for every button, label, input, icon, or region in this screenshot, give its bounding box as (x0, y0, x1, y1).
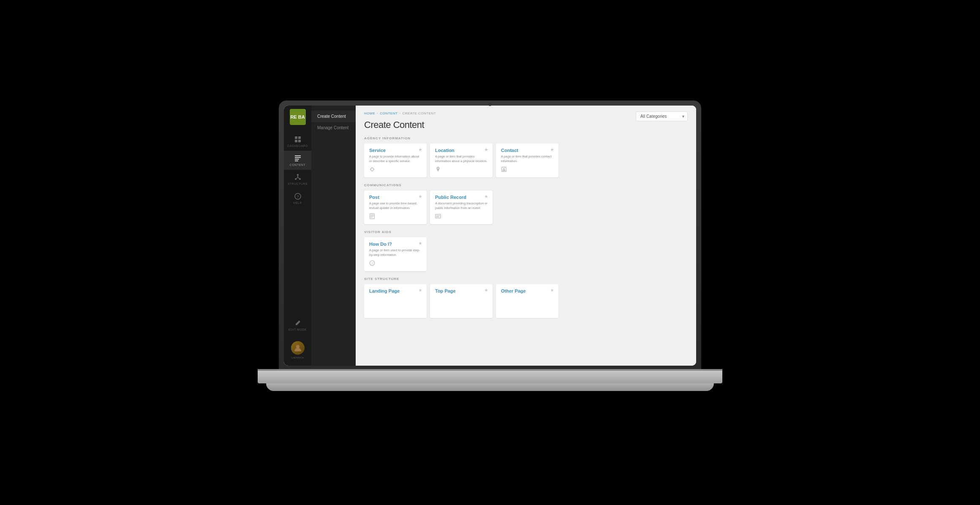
breadcrumb: HOME › CONTENT › CREATE CONTENT (364, 111, 436, 115)
star-icon-location[interactable]: ★ (484, 147, 488, 152)
laptop-wrapper: RE BA DASHBOARD CONTENT (258, 100, 722, 405)
main-content: HOME › CONTENT › CREATE CONTENT Create C… (356, 106, 696, 366)
nav-item-manage-content[interactable]: Manage Content (311, 122, 356, 133)
page-title: Create Content (364, 119, 436, 130)
breadcrumb-content[interactable]: CONTENT (380, 111, 397, 115)
card-contact[interactable]: ★ Contact A page or item that provides c… (496, 144, 558, 177)
svg-rect-5 (295, 157, 301, 158)
svg-line-13 (298, 177, 300, 179)
sidebar-logo[interactable]: RE BA (290, 109, 306, 125)
section-header-site-structure: SITE STRUCTURE (364, 277, 688, 281)
card-public-record[interactable]: ★ Public Record A document providing tra… (430, 190, 493, 224)
sidebar-item-label-content: CONTENT (290, 163, 305, 166)
star-icon-service[interactable]: ★ (418, 147, 422, 152)
card-desc-post: A page use to provide time-based, textua… (369, 201, 422, 210)
edit-icon (294, 319, 302, 327)
category-select[interactable]: All Categories Agency Information Commun… (636, 111, 688, 121)
svg-line-12 (296, 177, 298, 179)
sidebar-item-label-help: HELP (293, 201, 302, 204)
svg-rect-26 (436, 217, 439, 217)
star-icon-contact[interactable]: ★ (550, 147, 554, 152)
card-location[interactable]: ★ Location A page or item that provides … (430, 144, 493, 177)
breadcrumb-sep-2: › (399, 111, 400, 115)
app-container: RE BA DASHBOARD CONTENT (284, 106, 696, 366)
svg-rect-6 (295, 159, 299, 160)
card-title-other-page: Other Page (501, 288, 553, 293)
star-icon-top-page[interactable]: ★ (484, 288, 488, 293)
card-title-top-page: Top Page (435, 288, 487, 293)
star-icon-public-record[interactable]: ★ (484, 194, 488, 199)
camera-dot (488, 103, 492, 106)
how-do-i-icon: ? (368, 259, 376, 267)
public-record-icon (434, 212, 442, 220)
laptop-base (258, 371, 722, 383)
svg-point-17 (371, 168, 374, 171)
card-title-post: Post (369, 195, 422, 200)
sidebar-item-label-editmode: EDIT MODE (289, 328, 307, 331)
cards-grid-visitor-aids: ★ How Do I? A page or item used to provi… (364, 237, 688, 271)
sidebar-item-structure[interactable]: STRUCTURE (284, 170, 311, 189)
svg-rect-23 (371, 217, 373, 217)
card-desc-service: A page to provide information about or d… (369, 155, 422, 163)
card-how-do-i[interactable]: ★ How Do I? A page or item used to provi… (364, 237, 427, 271)
card-other-page[interactable]: ★ Other Page (496, 284, 558, 318)
content-icon (294, 154, 302, 163)
header-row: HOME › CONTENT › CREATE CONTENT Create C… (364, 111, 688, 130)
category-select-wrapper[interactable]: All Categories Agency Information Commun… (636, 111, 688, 121)
section-header-communications: COMMUNICATIONS (364, 183, 688, 187)
dashboard-icon (294, 135, 302, 144)
section-agency-information: AGENCY INFORMATION ★ Service A page to p… (364, 136, 688, 177)
section-header-visitor-aids: VISITOR AIDS (364, 230, 688, 234)
svg-point-8 (297, 174, 299, 176)
cards-grid-agency: ★ Service A page to provide information … (364, 144, 688, 177)
card-desc-contact: A page or item that provides contact inf… (501, 155, 553, 163)
card-title-location: Location (435, 148, 487, 153)
star-icon-post[interactable]: ★ (418, 194, 422, 199)
sidebar-item-editmode[interactable]: EDIT MODE (284, 315, 311, 334)
svg-rect-22 (371, 216, 374, 216)
card-title-public-record: Public Record (435, 195, 487, 200)
section-communications: COMMUNICATIONS ★ Post A page use to prov… (364, 183, 688, 224)
sidebar-item-content[interactable]: CONTENT (284, 151, 311, 170)
star-icon-how-do-i[interactable]: ★ (418, 241, 422, 246)
star-icon-other-page[interactable]: ★ (550, 288, 554, 293)
card-top-page[interactable]: ★ Top Page (430, 284, 493, 318)
sidebar-item-label-structure: STRUCTURE (288, 182, 308, 185)
card-service[interactable]: ★ Service A page to provide information … (364, 144, 427, 177)
breadcrumb-area: HOME › CONTENT › CREATE CONTENT Create C… (364, 111, 436, 130)
cards-grid-site-structure: ★ Landing Page ★ Top Page ★ Other Page (364, 284, 688, 318)
card-title-service: Service (369, 148, 422, 153)
star-icon-landing-page[interactable]: ★ (418, 288, 422, 293)
screen-bezel: RE BA DASHBOARD CONTENT (284, 106, 696, 366)
card-desc-how-do-i: A page or item used to provide step-by-s… (369, 248, 422, 257)
card-landing-page[interactable]: ★ Landing Page (364, 284, 427, 318)
contact-icon (500, 166, 508, 173)
service-icon (368, 166, 376, 173)
card-title-how-do-i: How Do I? (369, 242, 422, 247)
svg-rect-2 (295, 140, 297, 142)
section-site-structure: SITE STRUCTURE ★ Landing Page ★ Top Page (364, 277, 688, 318)
sidebar-item-dashboard[interactable]: DASHBOARD (284, 132, 311, 151)
sidebar-item-help[interactable]: ? HELP (284, 189, 311, 208)
avatar (291, 341, 305, 355)
card-desc-public-record: A document providing transcription or pu… (435, 201, 487, 210)
breadcrumb-current: CREATE CONTENT (403, 111, 436, 115)
svg-rect-3 (298, 140, 301, 142)
help-icon: ? (294, 192, 302, 201)
laptop-screen: RE BA DASHBOARD CONTENT (279, 100, 701, 371)
location-icon (434, 166, 442, 173)
nav-item-create-content[interactable]: Create Content (311, 111, 356, 122)
structure-icon (294, 173, 302, 182)
card-post[interactable]: ★ Post A page use to provide time-based,… (364, 190, 427, 224)
svg-rect-24 (436, 214, 441, 218)
section-header-agency: AGENCY INFORMATION (364, 136, 688, 140)
breadcrumb-home[interactable]: HOME (364, 111, 375, 115)
card-desc-location: A page or item that provides information… (435, 155, 487, 163)
sidebar: RE BA DASHBOARD CONTENT (284, 106, 311, 366)
svg-rect-21 (371, 215, 374, 215)
svg-rect-1 (298, 136, 301, 139)
svg-rect-7 (295, 160, 298, 161)
svg-rect-4 (295, 155, 301, 156)
svg-rect-9 (297, 176, 298, 177)
sidebar-item-user[interactable]: LHENRICK (284, 338, 311, 362)
